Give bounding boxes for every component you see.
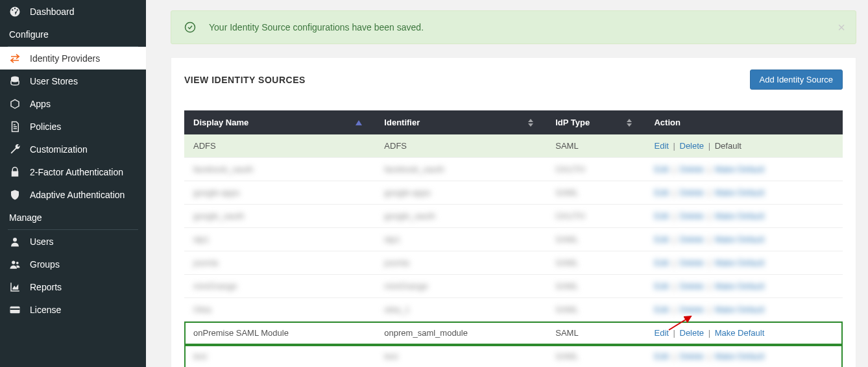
- success-alert: Your Identity Source configurations have…: [171, 10, 856, 44]
- sidebar-item-label: Dashboard: [30, 6, 75, 17]
- sidebar-item-dashboard[interactable]: Dashboard: [0, 0, 146, 23]
- cell-idp: OAUTH: [546, 205, 645, 228]
- cell-identifier: idp1: [375, 228, 546, 251]
- cell-actions: Edit | Delete | Make Default: [645, 251, 843, 275]
- action-delete[interactable]: Delete: [680, 211, 705, 221]
- cell-identifier: ADFS: [375, 134, 546, 158]
- identity-sources-table: Display Name Identifier: [184, 110, 843, 367]
- action-make-default[interactable]: Make Default: [715, 234, 765, 244]
- svg-rect-5: [10, 308, 20, 309]
- action-make-default[interactable]: Make Default: [715, 258, 765, 268]
- shield-icon: [8, 189, 22, 201]
- action-delete[interactable]: Delete: [680, 328, 705, 338]
- action-make-default[interactable]: Make Default: [715, 164, 765, 174]
- action-make-default[interactable]: Make Default: [715, 188, 765, 197]
- action-make-default[interactable]: Make Default: [715, 281, 765, 291]
- action-delete[interactable]: Delete: [680, 351, 705, 361]
- action-edit[interactable]: Edit: [654, 141, 668, 151]
- cell-actions: Edit | Delete | Make Default: [645, 345, 843, 368]
- chart-icon: [8, 281, 22, 293]
- cell-identifier: test: [375, 345, 546, 368]
- action-delete[interactable]: Delete: [680, 258, 705, 268]
- svg-point-3: [16, 261, 19, 264]
- table-row: google-appsgoogle-appsSAMLEdit | Delete …: [184, 181, 843, 205]
- sidebar-item-identity-providers[interactable]: Identity Providers: [0, 47, 146, 70]
- sidebar-item-customization[interactable]: Customization: [0, 138, 146, 160]
- table-row: testtestSAMLEdit | Delete | Make Default: [184, 345, 843, 368]
- sidebar-item-label: Identity Providers: [30, 53, 100, 64]
- sidebar-item-adaptive-auth[interactable]: Adaptive Authentication: [0, 183, 146, 206]
- users-icon: [8, 259, 22, 270]
- table-row: joomlajoomlaSAMLEdit | Delete | Make Def…: [184, 251, 843, 275]
- cell-display: Okta: [184, 298, 375, 322]
- lock-icon: [8, 166, 22, 178]
- sidebar-item-label: Groups: [30, 259, 60, 270]
- col-idp-type[interactable]: IdP Type: [546, 110, 645, 134]
- col-display-name[interactable]: Display Name: [184, 110, 375, 134]
- svg-point-6: [186, 23, 195, 32]
- sort-asc-icon: [356, 120, 362, 125]
- sidebar-item-license[interactable]: License: [0, 298, 146, 321]
- action-edit[interactable]: Edit: [654, 328, 668, 338]
- action-make-default[interactable]: Make Default: [715, 305, 765, 314]
- cell-display: test: [184, 345, 375, 368]
- file-icon: [8, 121, 22, 133]
- sidebar-item-groups[interactable]: Groups: [0, 253, 146, 275]
- default-label: Default: [715, 141, 741, 151]
- sidebar-item-2fa[interactable]: 2-Factor Authentication: [0, 160, 146, 183]
- table-row: google_oauthgoogle_oauthOAUTHEdit | Dele…: [184, 205, 843, 228]
- cell-actions: Edit | Delete | Default: [645, 134, 843, 158]
- action-edit[interactable]: Edit: [654, 305, 668, 314]
- sidebar-item-label: Apps: [30, 99, 51, 109]
- sidebar-item-reports[interactable]: Reports: [0, 275, 146, 298]
- action-delete[interactable]: Delete: [680, 188, 705, 197]
- col-action: Action: [645, 110, 843, 134]
- cell-identifier: onprem_saml_module: [375, 322, 546, 345]
- main-content: Your Identity Source configurations have…: [146, 0, 868, 367]
- cell-idp: SAML: [546, 228, 645, 251]
- col-identifier[interactable]: Identifier: [375, 110, 546, 134]
- database-icon: [8, 75, 22, 87]
- action-delete[interactable]: Delete: [680, 141, 705, 151]
- sidebar-item-policies[interactable]: Policies: [0, 115, 146, 138]
- cell-idp: SAML: [546, 251, 645, 275]
- sidebar-section-configure: Configure: [0, 23, 146, 46]
- cell-display: onPremise SAML Module: [184, 322, 375, 345]
- cell-identifier: miniOrange: [375, 275, 546, 298]
- identity-sources-panel: VIEW IDENTITY SOURCES Add Identity Sourc…: [171, 57, 856, 367]
- cell-display: google-apps: [184, 181, 375, 205]
- cell-actions: Edit | Delete | Make Default: [645, 275, 843, 298]
- action-edit[interactable]: Edit: [654, 164, 668, 174]
- action-delete[interactable]: Delete: [680, 281, 705, 291]
- cell-idp: SAML: [546, 298, 645, 322]
- add-identity-source-button[interactable]: Add Identity Source: [750, 70, 843, 90]
- svg-point-2: [12, 260, 15, 264]
- action-edit[interactable]: Edit: [654, 281, 668, 291]
- sidebar-item-label: Adaptive Authentication: [30, 190, 125, 200]
- wrench-icon: [8, 144, 22, 155]
- action-make-default[interactable]: Make Default: [715, 211, 765, 221]
- action-edit[interactable]: Edit: [654, 351, 668, 361]
- action-edit[interactable]: Edit: [654, 234, 668, 244]
- cell-identifier: google-apps: [375, 181, 546, 205]
- action-delete[interactable]: Delete: [680, 234, 705, 244]
- sidebar-item-users[interactable]: Users: [0, 230, 146, 253]
- sidebar: Dashboard Configure Identity Providers U…: [0, 0, 146, 367]
- sidebar-item-user-stores[interactable]: User Stores: [0, 70, 146, 92]
- action-make-default[interactable]: Make Default: [715, 328, 765, 338]
- cell-idp: SAML: [546, 275, 645, 298]
- sidebar-item-apps[interactable]: Apps: [0, 92, 146, 115]
- panel-title: VIEW IDENTITY SOURCES: [184, 75, 306, 85]
- action-delete[interactable]: Delete: [680, 305, 705, 314]
- cell-identifier: joomla: [375, 251, 546, 275]
- action-edit[interactable]: Edit: [654, 258, 668, 268]
- action-delete[interactable]: Delete: [680, 164, 705, 174]
- action-edit[interactable]: Edit: [654, 188, 668, 197]
- svg-point-1: [13, 238, 17, 242]
- action-make-default[interactable]: Make Default: [715, 351, 765, 361]
- cell-display: facebook_oauth: [184, 158, 375, 181]
- sort-both-icon: [528, 119, 533, 127]
- close-icon[interactable]: ×: [838, 21, 845, 34]
- action-edit[interactable]: Edit: [654, 211, 668, 221]
- table-row: facebook_oauthfacebook_oauthOAUTHEdit | …: [184, 158, 843, 181]
